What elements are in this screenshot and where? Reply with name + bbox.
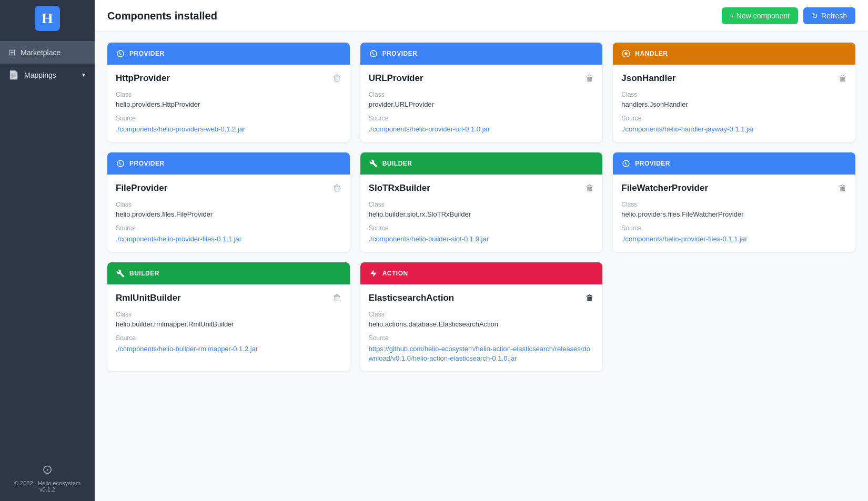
card-header-1: PROVIDER: [360, 43, 603, 65]
source-label-1: Source: [369, 115, 594, 122]
card-name-4: SloTRxBuilder: [369, 183, 430, 193]
refresh-icon: ↻: [812, 12, 818, 20]
delete-button-3[interactable]: 🗑: [333, 183, 341, 193]
class-label-3: Class: [116, 201, 341, 208]
card-header-4: BUILDER: [360, 152, 603, 175]
delete-button-4[interactable]: 🗑: [586, 183, 594, 193]
card-name-6: RmlUnitBuilder: [116, 293, 181, 303]
card-name-row-0: HttpProvider 🗑: [116, 73, 341, 84]
card-name-1: URLProvider: [369, 73, 423, 84]
class-value-7: helio.actions.database.ElasticsearchActi…: [369, 320, 594, 328]
refresh-button[interactable]: ↻ Refresh: [803, 7, 855, 24]
card-type-label-1: PROVIDER: [382, 50, 418, 57]
page-title: Components installed: [107, 10, 217, 22]
card-type-label-5: PROVIDER: [635, 160, 670, 167]
card-body-5: FileWatcherProvider 🗑 Class helio.provid…: [613, 175, 855, 252]
source-link-1[interactable]: ./components/helio-provider-url-0.1.0.ja…: [369, 125, 490, 133]
component-card-2: HANDLER JsonHandler 🗑 Class handlers.Jso…: [613, 43, 855, 142]
action-icon-7: [369, 269, 378, 278]
source-link-2[interactable]: ./components/helio-handler-jayway-0.1.1.…: [621, 125, 754, 133]
provider-icon-3: [116, 159, 125, 168]
source-link-5[interactable]: ./components/helio-provider-files-0.1.1.…: [621, 235, 747, 243]
source-link-7[interactable]: https://github.com/helio-ecosystem/helio…: [369, 345, 590, 362]
class-label-1: Class: [369, 91, 594, 98]
source-link-3[interactable]: ./components/helio-provider-files-0.1.1.…: [116, 235, 241, 243]
provider-icon-1: [369, 49, 378, 58]
source-label-3: Source: [116, 224, 341, 232]
class-value-3: helio.providers.files.FileProvider: [116, 210, 341, 218]
component-card-4: BUILDER SloTRxBuilder 🗑 Class helio.buil…: [360, 152, 603, 252]
source-label-7: Source: [369, 334, 594, 342]
card-name-row-3: FileProvider 🗑: [116, 183, 341, 193]
card-body-3: FileProvider 🗑 Class helio.providers.fil…: [107, 175, 350, 252]
new-component-button[interactable]: + New component: [722, 7, 798, 24]
sidebar-item-mappings-label: Mappings: [24, 71, 56, 79]
source-link-6[interactable]: ./components/helio-builder-rmlmapper-0.1…: [116, 345, 258, 353]
source-label-2: Source: [621, 115, 847, 122]
card-name-row-1: URLProvider 🗑: [369, 73, 594, 84]
card-header-5: PROVIDER: [613, 152, 855, 175]
card-body-7: ElasticsearchAction 🗑 Class helio.action…: [360, 284, 603, 371]
card-name-row-4: SloTRxBuilder 🗑: [369, 183, 594, 193]
sidebar-item-mappings[interactable]: 📄 Mappings ▼: [0, 64, 95, 86]
class-label-6: Class: [116, 311, 341, 318]
delete-button-0[interactable]: 🗑: [333, 74, 341, 83]
components-content: PROVIDER HttpProvider 🗑 Class helio.prov…: [95, 32, 868, 501]
builder-icon-4: [369, 159, 378, 168]
provider-icon-5: [621, 159, 631, 168]
source-label-5: Source: [621, 224, 847, 232]
class-value-5: helio.providers.files.FileWatcherProvide…: [621, 210, 847, 218]
component-card-5: PROVIDER FileWatcherProvider 🗑 Class hel…: [613, 152, 855, 252]
card-type-label-4: BUILDER: [382, 160, 412, 167]
component-card-7: ACTION ElasticsearchAction 🗑 Class helio…: [360, 262, 603, 371]
sidebar-item-marketplace[interactable]: ⊞ Marketplace: [0, 41, 95, 64]
card-body-4: SloTRxBuilder 🗑 Class helio.builder.siot…: [360, 175, 603, 252]
source-label-0: Source: [116, 115, 341, 122]
component-card-6: BUILDER RmlUnitBuilder 🗑 Class helio.bui…: [107, 262, 350, 371]
delete-button-5[interactable]: 🗑: [839, 183, 847, 193]
github-icon: ⊙: [8, 462, 86, 477]
card-type-label-3: PROVIDER: [129, 160, 165, 167]
page-header: Components installed + New component ↻ R…: [95, 0, 868, 32]
component-card-0: PROVIDER HttpProvider 🗑 Class helio.prov…: [107, 43, 350, 142]
card-header-7: ACTION: [360, 262, 603, 284]
class-value-2: handlers.JsonHandler: [621, 100, 847, 108]
chevron-down-icon: ▼: [81, 72, 86, 78]
handler-icon-2: [621, 49, 631, 58]
copyright-text: © 2022 - Helio ecosystem: [8, 480, 86, 486]
component-card-1: PROVIDER URLProvider 🗑 Class provider.UR…: [360, 43, 603, 142]
class-value-1: provider.URLProvider: [369, 100, 594, 108]
delete-button-7[interactable]: 🗑: [586, 293, 594, 303]
builder-icon-6: [116, 269, 125, 278]
class-value-0: helio.providers.HttpProvider: [116, 100, 341, 108]
component-card-3: PROVIDER FileProvider 🗑 Class helio.prov…: [107, 152, 350, 252]
card-body-1: URLProvider 🗑 Class provider.URLProvider…: [360, 65, 603, 142]
sidebar-footer: ⊙ © 2022 - Helio ecosystem v0.1.2: [0, 454, 95, 501]
header-actions: + New component ↻ Refresh: [722, 7, 855, 24]
source-label-4: Source: [369, 224, 594, 232]
card-header-2: HANDLER: [613, 43, 855, 65]
sidebar: H ⊞ Marketplace 📄 Mappings ▼ ⊙ © 2022 - …: [0, 0, 95, 501]
source-link-4[interactable]: ./components/helio-builder-siot-0.1.9.ja…: [369, 235, 489, 243]
card-name-row-2: JsonHandler 🗑: [621, 73, 847, 84]
svg-point-1: [625, 52, 628, 55]
card-type-label-0: PROVIDER: [129, 50, 165, 57]
card-type-label-7: ACTION: [382, 270, 408, 277]
components-grid: PROVIDER HttpProvider 🗑 Class helio.prov…: [107, 43, 855, 371]
class-label-5: Class: [621, 201, 847, 208]
card-name-5: FileWatcherProvider: [621, 183, 708, 193]
class-value-4: helio.builder.siot.rx.SloTRxBuilder: [369, 210, 594, 218]
app-logo: H: [35, 6, 60, 31]
class-label-4: Class: [369, 201, 594, 208]
sidebar-nav: ⊞ Marketplace 📄 Mappings ▼: [0, 37, 95, 454]
version-text: v0.1.2: [8, 486, 86, 493]
source-link-0[interactable]: ./components/helio-providers-web-0.1.2.j…: [116, 125, 245, 133]
grid-icon: ⊞: [8, 47, 15, 57]
delete-button-1[interactable]: 🗑: [586, 74, 594, 83]
provider-icon-0: [116, 49, 125, 58]
delete-button-2[interactable]: 🗑: [839, 74, 847, 83]
delete-button-6[interactable]: 🗑: [333, 293, 341, 303]
card-name-row-6: RmlUnitBuilder 🗑: [116, 293, 341, 303]
class-value-6: helio.builder.rmlmapper.RmlUnitBuilder: [116, 320, 341, 328]
class-label-7: Class: [369, 311, 594, 318]
